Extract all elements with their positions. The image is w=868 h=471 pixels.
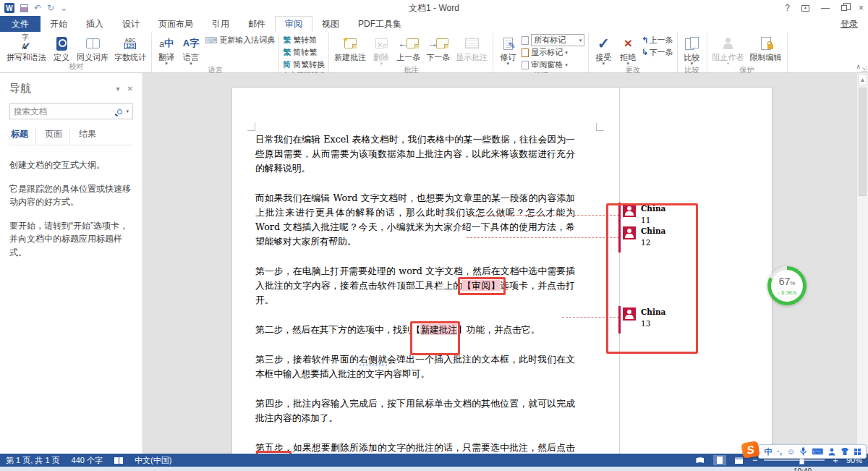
display-for-review-dropdown[interactable]: 所有标记▾	[520, 34, 586, 46]
doc-text-run[interactable]: 第三步，接着软件界面的	[255, 354, 359, 365]
nav-tab-headings[interactable]: 标题	[9, 128, 36, 145]
define-button[interactable]: 定义	[49, 33, 74, 61]
word-count-indicator[interactable]: 440 个字	[72, 455, 103, 466]
minimize-icon[interactable]: —	[821, 3, 830, 13]
restrict-editing-button[interactable]: 限制编辑	[747, 33, 785, 61]
nav-tab-pages[interactable]: 页面	[43, 128, 70, 145]
new-comment-button[interactable]: ✳ 新建批注	[331, 33, 369, 61]
paragraph[interactable]: 而如果我们在编辑 Word 文字文档时，也想要为文章里的某一段落的内容添加上批注…	[255, 191, 575, 249]
doc-text-run[interactable]: 】功能，并点击它。	[457, 324, 540, 335]
doc-text-run[interactable]: 而如果我们在编辑 Word 文字文档时，也想要为文章里的某一段落的内容添加上批注…	[255, 192, 575, 247]
nav-pane-close-icon[interactable]: ✕	[127, 85, 133, 93]
word-app-icon[interactable]: W	[4, 3, 14, 13]
next-comment-button[interactable]: → 下一条	[423, 33, 453, 61]
doc-text-run[interactable]: 第五步，如果想要删除所添加的文字的批注的话，只需要选中批注，然后点击【	[255, 442, 575, 454]
tab-file[interactable]: 文件	[0, 16, 41, 32]
paragraph[interactable]: 第三步，接着软件界面的右侧就会弹出一个插入批注的文本框，此时我们在文本框中输入想…	[255, 352, 575, 381]
ime-emoji-icon[interactable]: ☺	[787, 448, 795, 456]
help-icon[interactable]: ?	[785, 3, 790, 13]
customize-qat-icon[interactable]: ⌄	[60, 3, 67, 13]
search-input[interactable]: 搜索文档 ▾	[9, 103, 133, 119]
doc-text-run[interactable]: 右侧就	[359, 354, 387, 365]
tab-insert[interactable]: 插入	[77, 16, 113, 32]
doc-text-run[interactable]: 第二步，然后在其下方的选项中，找到【	[255, 324, 420, 335]
undo-icon[interactable]: ↶	[34, 3, 41, 13]
language-button[interactable]: A字 语言 ▾	[179, 33, 203, 66]
tab-layout[interactable]: 页面布局	[149, 16, 203, 32]
ribbon: 字A✓ 拼写和语法 定义 同义词库 ABC123 字数统计 校对 a中 翻译 ▾	[0, 32, 868, 73]
word-count-button[interactable]: ABC123 字数统计	[111, 33, 149, 61]
previous-change-button[interactable]: ↰ 上一条	[640, 34, 674, 46]
page-indicator[interactable]: 第 1 页, 共 1 页	[6, 455, 60, 466]
doc-text-run[interactable]: 第四步，批注内容输入完成后，按下用鼠标单击文档的其他位置，就可以完成批注内容的添…	[255, 398, 575, 423]
next-change-button[interactable]: ↳ 下一条	[640, 46, 674, 59]
print-layout-icon[interactable]	[713, 455, 726, 465]
thesaurus-button[interactable]: 同义词库	[74, 33, 111, 61]
ime-toolbox-icon[interactable]	[854, 449, 861, 455]
doc-text[interactable]: 日常我们在编辑 Excel 表格文档时，我们表格中的某一些数据，往往会因为一些原…	[255, 132, 575, 454]
compare-button[interactable]: 比较 ▾	[680, 33, 705, 66]
paragraph[interactable]: 第五步，如果想要删除所添加的文字的批注的话，只需要选中批注，然后点击【审阅】选项…	[255, 441, 575, 454]
previous-comment-button[interactable]: ← 上一条	[393, 33, 423, 61]
nav-tab-results[interactable]: 结果	[77, 128, 103, 145]
paragraph[interactable]: 第四步，批注内容输入完成后，按下用鼠标单击文档的其他位置，就可以完成批注内容的添…	[255, 396, 575, 425]
ime-skin-icon[interactable]	[841, 448, 849, 455]
read-mode-icon[interactable]	[694, 455, 707, 465]
ime-microphone-icon[interactable]	[800, 447, 807, 456]
download-progress-widget[interactable]: 67% ↓ 6.3K/s	[767, 266, 807, 305]
accept-button[interactable]: ✓ 接受 ▾	[591, 33, 616, 66]
language-indicator[interactable]: 中文(中国)	[135, 455, 171, 466]
collapse-ribbon-icon[interactable]: ∧	[856, 63, 861, 70]
show-comments-button[interactable]: 显示批注	[453, 33, 490, 61]
tab-design[interactable]: 设计	[113, 16, 149, 32]
paragraph[interactable]: 第一步，在电脑上打开需要处理的 word 文字文档，然后在文档中选中需要插入批注…	[255, 264, 575, 307]
sogou-logo-icon[interactable]: S	[741, 441, 760, 459]
zoom-slider[interactable]	[764, 459, 825, 461]
navigation-pane-title: 导航	[9, 82, 31, 96]
ime-account-icon[interactable]	[828, 448, 835, 456]
save-icon[interactable]	[20, 4, 28, 12]
tab-review[interactable]: 审阅	[275, 16, 312, 32]
ime-keyboard-icon[interactable]: ⌨	[812, 448, 823, 456]
paragraph[interactable]: 日常我们在编辑 Excel 表格文档时，我们表格中的某一些数据，往往会因为一些原…	[255, 132, 575, 176]
simplified-to-traditional-button[interactable]: 繁 简转繁	[281, 46, 326, 59]
proofing-status-icon[interactable]	[114, 457, 123, 464]
comment-anchor-text[interactable]: 【审阅】	[462, 280, 500, 291]
translate-button[interactable]: a中 翻译 ▾	[154, 33, 179, 66]
doc-text-run[interactable]: 日常我们在编辑 Excel 表格文档时，我们表格中的某一些数据，往往会因为一些原…	[255, 134, 575, 174]
tracking-dialog-launcher-icon[interactable]: ↘	[861, 66, 867, 72]
ime-punctuation-icon[interactable]: ·,	[777, 448, 782, 456]
document-page[interactable]: 日常我们在编辑 Excel 表格文档时，我们表格中的某一些数据，往往会因为一些原…	[231, 87, 773, 454]
scroll-up-icon[interactable]: ▲	[858, 74, 867, 85]
delete-comment-button[interactable]: × 删除 ▾	[369, 33, 393, 66]
nav-pane-options-icon[interactable]: ▾	[116, 85, 120, 93]
update-ime-dictionary-button[interactable]: ⌨ 更新输入法词典	[203, 34, 276, 46]
reviewing-pane-dropdown[interactable]: 审阅窗格 ▾	[520, 59, 586, 71]
chevron-down-icon: ▾	[565, 51, 568, 55]
track-changes-button[interactable]: ✎ 修订 ▾	[495, 33, 520, 66]
down-arrow-icon: ↓	[777, 289, 780, 296]
vertical-scrollbar[interactable]: ▲	[856, 73, 868, 454]
spelling-grammar-button[interactable]: 字A✓ 拼写和语法	[4, 33, 49, 61]
block-authors-button[interactable]: 阻止作者 ▾	[710, 33, 747, 66]
ribbon-display-options-icon[interactable]: ▴	[801, 5, 809, 12]
tab-view[interactable]: 视图	[312, 16, 349, 32]
reject-button[interactable]: × 拒绝 ▾	[616, 33, 640, 66]
close-icon[interactable]: ×	[859, 3, 864, 13]
sign-in-link[interactable]: 登录	[830, 16, 868, 32]
show-markup-dropdown[interactable]: 显示标记 ▾	[520, 46, 586, 59]
tab-mailings[interactable]: 邮件	[239, 16, 275, 32]
search-icon[interactable]	[117, 109, 122, 114]
search-options-icon[interactable]: ▾	[126, 109, 129, 114]
restore-icon[interactable]	[841, 5, 847, 11]
tab-references[interactable]: 引用	[203, 16, 239, 32]
traditional-to-simplified-button[interactable]: 繁 繁转简	[281, 34, 326, 46]
comment-anchor-text[interactable]: 新建批注	[420, 324, 457, 335]
simplified-traditional-convert-button[interactable]: 简 简繁转换	[281, 59, 326, 71]
scrollbar-thumb[interactable]	[859, 88, 867, 196]
redo-icon[interactable]: ↻	[47, 3, 54, 13]
tab-pdf-tools[interactable]: PDF工具集	[349, 16, 411, 32]
tab-home[interactable]: 开始	[41, 16, 77, 32]
ime-chinese-mode-icon[interactable]: 中	[764, 448, 772, 456]
paragraph[interactable]: 第二步，然后在其下方的选项中，找到【新建批注】功能，并点击它。	[255, 323, 575, 337]
